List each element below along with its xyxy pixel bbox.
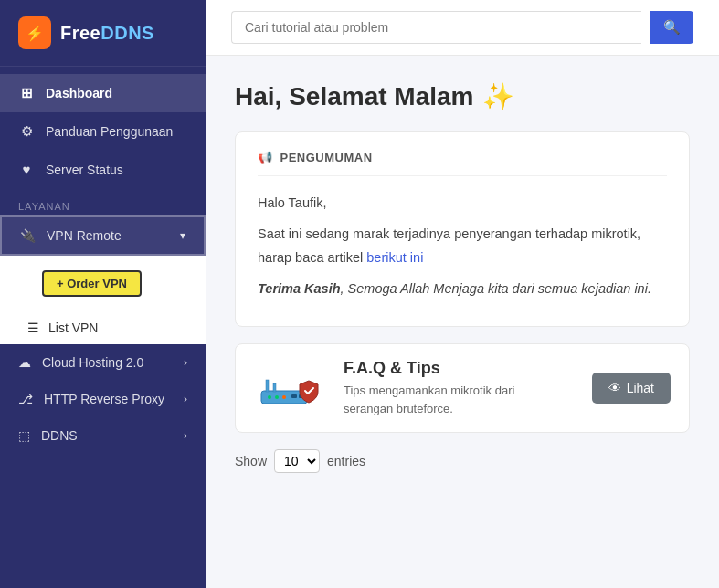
chevron-right-icon3: › [184, 429, 187, 442]
announcement-header: 📢 PENGUMUMAN [258, 151, 667, 176]
svg-rect-2 [273, 383, 276, 392]
lihat-button[interactable]: 👁 Lihat [592, 373, 671, 404]
megaphone-icon: 📢 [258, 151, 273, 164]
greeting-text: Hai, Selamat Malam [235, 82, 473, 111]
announcement-line2-pre: Saat ini sedang marak terjadinya penyera… [258, 226, 640, 241]
faq-image [254, 363, 327, 414]
chevron-right-icon2: › [184, 393, 187, 405]
sidebar-item-server-status[interactable]: ♥ Server Status [0, 151, 206, 188]
svg-point-3 [268, 395, 271, 399]
faq-description: Tips mengamankan mikrotik dari serangan … [344, 382, 576, 417]
logo-text: FreeDDNS [60, 23, 154, 44]
sidebar-item-label: Panduan Penggunaan [46, 124, 173, 139]
chevron-down-icon: ▾ [180, 229, 185, 242]
faq-text: F.A.Q & Tips Tips mengamankan mikrotik d… [344, 359, 576, 417]
router-illustration [257, 365, 325, 411]
search-button[interactable]: 🔍 [650, 11, 693, 44]
announcement-line2: Saat ini sedang marak terjadinya penyera… [258, 222, 667, 269]
dashboard-icon: ⊞ [18, 85, 35, 101]
sidebar-item-dashboard[interactable]: ⊞ Dashboard [0, 74, 206, 112]
sidebar-nav: ⊞ Dashboard ⚙ Panduan Penggunaan ♥ Serve… [0, 67, 206, 461]
chevron-right-icon: › [184, 356, 187, 369]
faq-title: F.A.Q & Tips [344, 359, 576, 378]
terima-kasih-bold: Terima Kasih [258, 281, 341, 296]
faq-desc-line1: Tips mengamankan mikrotik dari [344, 383, 514, 397]
ddns-label: DDNS [41, 428, 78, 443]
announcement-line3-rest: , Semoga Allah Menjaga kita dari semua k… [341, 281, 651, 296]
page-title: Hai, Selamat Malam ✨ [235, 81, 690, 111]
list-vpn-label: List VPN [48, 320, 98, 335]
panduan-icon: ⚙ [18, 123, 35, 140]
faq-desc-line2: serangan bruteforce. [344, 402, 453, 415]
sidebar-item-vpn-remote[interactable]: 🔌 VPN Remote ▾ [0, 215, 206, 256]
server-status-icon: ♥ [18, 162, 35, 177]
list-vpn-item[interactable]: ☰ List VPN [0, 311, 206, 344]
main-area: 🔍 Hai, Selamat Malam ✨ 📢 PENGUMUMAN Halo… [206, 0, 719, 588]
announcement-title: PENGUMUMAN [280, 151, 373, 164]
sidebar-item-label: Server Status [46, 163, 123, 177]
search-icon: 🔍 [663, 19, 681, 36]
http-reverse-icon: ⎇ [18, 392, 33, 406]
sidebar-item-http-reverse[interactable]: ⎇ HTTP Reverse Proxy › [0, 381, 206, 417]
lihat-label: Lihat [627, 381, 654, 395]
vpn-remote-icon: 🔌 [20, 228, 36, 243]
vpn-remote-label: VPN Remote [47, 228, 122, 243]
eye-icon: 👁 [608, 381, 621, 395]
sidebar-item-panduan[interactable]: ⚙ Panduan Penggunaan [0, 112, 206, 151]
svg-rect-6 [291, 394, 297, 398]
cloud-hosting-label: Cloud Hosting 2.0 [42, 355, 143, 370]
logo-icon [18, 16, 51, 49]
content-area: Hai, Selamat Malam ✨ 📢 PENGUMUMAN Halo T… [206, 56, 719, 588]
svg-point-4 [275, 395, 279, 399]
entries-select[interactable]: 10 25 50 [274, 449, 320, 473]
sidebar-item-label: Dashboard [46, 86, 112, 100]
berikut-ini-link[interactable]: berikut ini [366, 250, 423, 265]
star-icon: ✨ [482, 81, 514, 111]
announcement-card: 📢 PENGUMUMAN Halo Taufik, Saat ini sedan… [235, 131, 690, 327]
vpn-submenu: + Order VPN ☰ List VPN [0, 256, 206, 344]
show-entries-row: Show 10 25 50 entries [235, 449, 690, 473]
ddns-icon: ⬚ [18, 428, 30, 443]
faq-card: F.A.Q & Tips Tips mengamankan mikrotik d… [235, 343, 690, 433]
logo[interactable]: FreeDDNS [0, 0, 206, 67]
cloud-hosting-icon: ☁ [18, 355, 31, 370]
show-label: Show [235, 454, 267, 468]
entries-label: entries [327, 454, 365, 468]
search-input[interactable] [231, 11, 641, 44]
announcement-line1: Halo Taufik, [258, 191, 667, 215]
announcement-body: Halo Taufik, Saat ini sedang marak terja… [258, 191, 667, 300]
svg-point-5 [282, 395, 286, 399]
sidebar: FreeDDNS ⊞ Dashboard ⚙ Panduan Penggunaa… [0, 0, 206, 588]
layanan-section-label: LAYANAN [0, 188, 206, 215]
http-reverse-label: HTTP Reverse Proxy [44, 392, 164, 406]
order-vpn-button[interactable]: + Order VPN [0, 256, 206, 311]
topbar: 🔍 [206, 0, 719, 56]
announcement-line2b: harap baca artikel [258, 250, 366, 265]
sidebar-item-cloud-hosting[interactable]: ☁ Cloud Hosting 2.0 › [0, 344, 206, 381]
sidebar-item-ddns[interactable]: ⬚ DDNS › [0, 417, 206, 454]
announcement-line3: Terima Kasih, Semoga Allah Menjaga kita … [258, 277, 667, 300]
list-icon: ☰ [27, 320, 39, 335]
svg-rect-1 [266, 380, 269, 392]
order-vpn-label[interactable]: + Order VPN [42, 270, 142, 297]
